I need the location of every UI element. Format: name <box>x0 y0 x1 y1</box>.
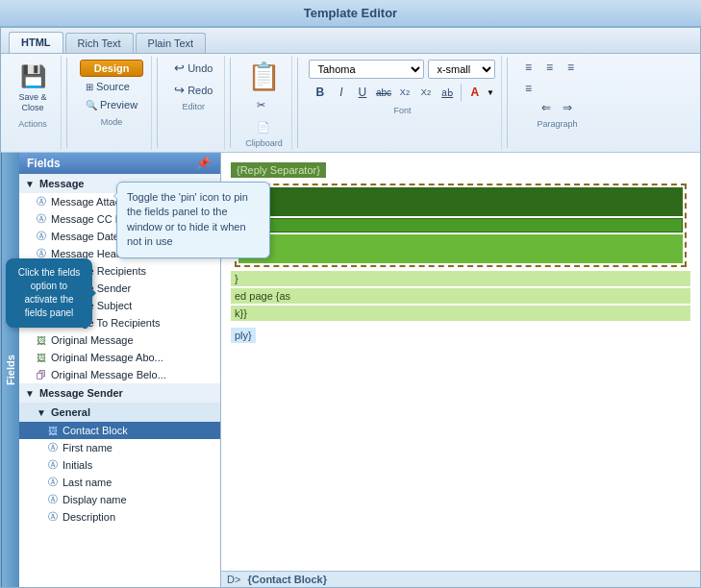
tree-item-contact-block[interactable]: 🖼 Contact Block <box>19 422 220 439</box>
fields-panel: Fields 📌 Toggle the 'pin' icon to pin th… <box>19 153 221 587</box>
fields-panel-header: Fields 📌 <box>19 153 220 174</box>
fields-panel-title: Fields <box>27 157 61 170</box>
editor-area: {Reply Separator} } ed page {as k}} ply} <box>221 153 700 587</box>
save-icon: 💾 <box>17 61 48 92</box>
tree-item-description[interactable]: Ⓐ Description <box>19 508 220 526</box>
collapse-general-icon: ▼ <box>35 405 48 419</box>
editor-content[interactable]: {Reply Separator} } ed page {as k}} ply} <box>221 153 700 571</box>
tree-item-msg-original[interactable]: 🖼 Original Message <box>19 331 220 349</box>
reply-text: ply} <box>231 328 256 343</box>
font-divider <box>461 84 462 101</box>
ribbon-sep-3 <box>230 58 231 148</box>
font-controls-row: Tahoma x-small <box>309 58 495 81</box>
message-sender-group-label: Message Sender <box>39 387 123 399</box>
align-center-button[interactable]: ≡ <box>539 58 559 77</box>
field-icon-msg-attachment: Ⓐ <box>35 195 48 208</box>
editor-statusbar: D> {Contact Block} <box>221 571 700 587</box>
separator-block: {Reply Separator} <box>231 162 690 178</box>
tree-item-display-name[interactable]: Ⓐ Display name <box>19 491 220 508</box>
template-text-2: ed page {as <box>231 288 690 304</box>
title-bar: Template Editor <box>0 0 701 27</box>
general-group-label: General <box>51 406 90 418</box>
paste-button[interactable]: 📋 <box>241 58 286 96</box>
pin-tooltip: Toggle the 'pin' icon to pin the fields … <box>116 182 221 258</box>
indent-more-button[interactable]: ⇒ <box>558 98 577 117</box>
tab-html[interactable]: HTML <box>9 32 63 53</box>
bold-button[interactable]: B <box>311 83 330 102</box>
image-icon-msg-original-above: 🖼 <box>35 351 48 364</box>
source-button[interactable]: ⊞ Source <box>80 78 143 95</box>
preview-button[interactable]: 🔍 Preview <box>80 96 143 113</box>
template-dark-block <box>238 187 683 216</box>
font-family-select[interactable]: Tahoma <box>309 60 424 79</box>
reply-separator: {Reply Separator} <box>231 162 326 178</box>
italic-button[interactable]: I <box>332 83 351 102</box>
dropdown-arrow-font-color[interactable]: ▼ <box>487 88 494 97</box>
subscript-button[interactable]: X2 <box>395 83 414 102</box>
paste-icon: 📋 <box>248 61 279 92</box>
collapse-message-icon: ▼ <box>23 177 37 190</box>
message-group-label: Message <box>39 178 84 189</box>
save-close-label: Save &Close <box>18 92 46 113</box>
align-left-button[interactable]: ≡ <box>518 58 538 77</box>
undo-button[interactable]: ↩ Undo <box>168 58 218 78</box>
redo-icon: ↪ <box>174 83 185 97</box>
field-icon-description: Ⓐ <box>46 510 60 524</box>
cut-icon: ✂ <box>257 99 265 111</box>
tree-item-msg-original-above[interactable]: 🖼 Original Message Abo... <box>19 349 220 366</box>
redo-button[interactable]: ↪ Redo <box>168 80 218 100</box>
image-icon-msg-original: 🖼 <box>35 333 48 347</box>
ribbon-group-actions: 💾 Save &Close Actions <box>5 56 62 150</box>
font-color-button[interactable]: A <box>465 83 485 102</box>
tree-item-initials[interactable]: Ⓐ Initials <box>19 456 220 474</box>
format-buttons-row: B I U abc X2 X2 ab̲ A ▼ <box>311 81 494 104</box>
tree-item-msg-original-below[interactable]: 🗍 Original Message Belo... <box>19 366 220 383</box>
align-right-button[interactable]: ≡ <box>561 58 580 77</box>
underline-button[interactable]: U <box>353 83 372 102</box>
template-green-block <box>238 234 683 263</box>
highlight-button[interactable]: ab̲ <box>438 83 457 102</box>
status-content: {Contact Block} <box>244 574 327 585</box>
copy-button[interactable]: 📄 <box>251 118 276 136</box>
save-close-button[interactable]: 💾 Save &Close <box>11 58 55 117</box>
font-group-label: Font <box>393 106 411 115</box>
fields-tab-vertical[interactable]: Fields <box>1 153 19 587</box>
paragraph-align-row: ≡ ≡ ≡ ≡ <box>518 58 595 98</box>
ribbon-top-row: 💾 Save &Close Actions Design ⊞ Source <box>1 54 700 152</box>
actions-group-label: Actions <box>18 119 47 129</box>
field-icon-msg-date: Ⓐ <box>35 230 48 243</box>
cut-button[interactable]: ✂ <box>251 96 276 114</box>
clipboard-group-label: Clipboard <box>245 138 283 148</box>
tab-plaintext[interactable]: Plain Text <box>136 33 207 53</box>
content-area: Click the fields option to activate the … <box>1 153 700 587</box>
field-icon-first-name: Ⓐ <box>46 441 60 454</box>
ribbon-group-paragraph: ≡ ≡ ≡ ≡ ⇐ ⇒ Paragraph <box>513 56 601 150</box>
pin-button[interactable]: 📌 <box>194 157 213 170</box>
tree-item-first-name[interactable]: Ⓐ First name <box>19 439 220 456</box>
ribbon-group-font: Tahoma x-small B I U abc X2 X2 ab̲ A <box>303 56 502 150</box>
indent-less-button[interactable]: ⇐ <box>537 98 556 117</box>
scissors-area: ✂ 📄 <box>251 96 276 136</box>
click-fields-tooltip: Click the fields option to activate the … <box>6 258 92 328</box>
ribbon-sep-5 <box>507 58 508 148</box>
field-icon-display-name: Ⓐ <box>46 493 60 506</box>
source-icon: ⊞ <box>86 82 93 92</box>
tree-group-general[interactable]: ▼ General <box>19 403 220 422</box>
paragraph-group-label: Paragraph <box>537 119 577 129</box>
template-display: {Reply Separator} } ed page {as k}} ply} <box>225 157 696 348</box>
copy-icon: 📄 <box>257 121 270 134</box>
align-justify-button[interactable]: ≡ <box>518 79 538 98</box>
tab-richtext[interactable]: Rich Text <box>65 33 134 53</box>
undo-redo-group: ↩ Undo ↪ Redo <box>168 58 218 100</box>
design-button[interactable]: Design <box>80 60 143 77</box>
image-icon-contact-block: 🖼 <box>46 424 60 437</box>
strikethrough-button[interactable]: abc <box>374 83 393 102</box>
mode-buttons: Design ⊞ Source 🔍 Preview <box>78 58 145 115</box>
template-inner-outline <box>238 218 683 233</box>
field-icon-last-name: Ⓐ <box>46 476 60 489</box>
tree-item-last-name[interactable]: Ⓐ Last name <box>19 474 220 491</box>
ribbon-sep-4 <box>297 58 298 148</box>
superscript-button[interactable]: X2 <box>416 83 436 102</box>
tree-group-message-sender[interactable]: ▼ Message Sender <box>19 383 220 403</box>
font-size-select[interactable]: x-small <box>428 60 495 79</box>
